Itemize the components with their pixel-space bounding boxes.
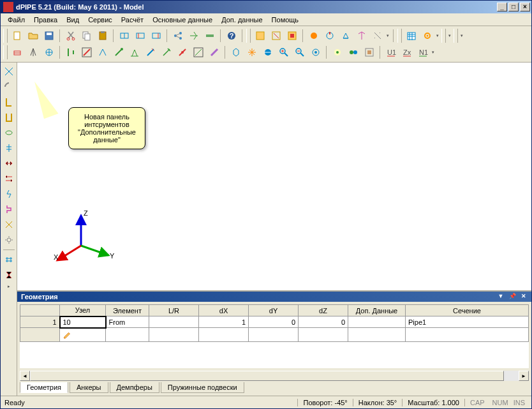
tool-icon[interactable] [63, 45, 78, 59]
horizontal-scrollbar[interactable]: ◄ ► [20, 371, 529, 381]
help-icon[interactable]: ? [224, 29, 239, 43]
tab-geometry[interactable]: Геометрия [20, 382, 68, 393]
tool-icon[interactable] [207, 45, 221, 59]
tool-icon[interactable] [186, 29, 201, 43]
maximize-button[interactable]: □ [508, 3, 519, 11]
tool-icon[interactable] [95, 45, 110, 59]
scroll-thumb[interactable] [30, 371, 504, 381]
tool-icon[interactable] [149, 29, 163, 43]
tool-icon[interactable] [284, 29, 299, 43]
toolbar-overflow-icon[interactable]: ▾ [459, 29, 464, 43]
toolbar-handle[interactable] [397, 29, 402, 43]
tool-icon[interactable] [362, 45, 376, 59]
zoom-in-icon[interactable] [276, 45, 291, 59]
tool-icon[interactable] [1, 253, 16, 267]
cell-node[interactable]: 10 [60, 316, 106, 328]
tool-icon[interactable] [260, 45, 275, 59]
tool-icon[interactable] [1, 233, 16, 247]
col-section[interactable]: Сечение [406, 305, 529, 316]
scroll-right-button[interactable]: ► [519, 371, 529, 381]
tool-icon[interactable] [1, 268, 16, 282]
tool-icon[interactable] [117, 29, 131, 43]
tool-icon[interactable] [346, 45, 360, 59]
tool-icon[interactable] [1, 110, 16, 124]
tool-icon[interactable] [1, 64, 16, 78]
cut-icon[interactable] [63, 29, 78, 43]
toolbar-handle[interactable] [246, 29, 251, 43]
tool-icon[interactable] [1, 187, 16, 201]
cell-dz[interactable]: 0 [299, 316, 348, 328]
tab-anchors[interactable]: Анкеры [70, 382, 108, 393]
tool-icon[interactable] [370, 29, 385, 43]
tool-icon[interactable] [143, 45, 158, 59]
menu-help[interactable]: Помощь [267, 15, 304, 25]
tool-icon[interactable] [338, 29, 353, 43]
tab-springs[interactable]: Пружинные подвески [161, 382, 244, 393]
copy-icon[interactable] [79, 29, 94, 43]
menu-calc[interactable]: Расчёт [117, 15, 148, 25]
panel-menu-icon[interactable]: ▼ [497, 293, 505, 301]
scroll-left-button[interactable]: ◄ [20, 371, 30, 381]
col-dz[interactable]: dZ [299, 305, 348, 316]
viewport-3d[interactable]: Новая панель интсрументов "Дополнительны… [17, 63, 531, 290]
tool-icon[interactable] [308, 45, 323, 59]
toolbar-handle[interactable] [454, 29, 458, 43]
col-node[interactable]: Узел [60, 305, 106, 316]
tool-icon[interactable] [1, 172, 16, 186]
toolbar-handle[interactable] [3, 45, 8, 59]
new-file-icon[interactable] [10, 29, 24, 43]
tool-icon[interactable] [269, 29, 283, 43]
tool-icon[interactable]: N1 [415, 45, 430, 59]
col-extra[interactable]: Доп. Данные [348, 305, 406, 316]
paste-icon[interactable] [95, 29, 110, 43]
col-index[interactable] [20, 305, 60, 316]
tool-icon[interactable] [253, 29, 267, 43]
table-row-new[interactable] [20, 328, 529, 342]
minimize-button[interactable]: _ [497, 3, 507, 11]
scroll-track[interactable] [30, 371, 519, 381]
calendar-icon[interactable] [404, 29, 418, 43]
cell-section[interactable]: Pipe1 [406, 316, 529, 328]
menu-service[interactable]: Сервис [84, 15, 117, 25]
tool-icon[interactable] [1, 95, 16, 109]
panel-header[interactable]: Геометрия ▼ 📌 ✕ [17, 292, 531, 302]
compass-icon[interactable] [26, 45, 40, 59]
col-dx[interactable]: dX [199, 305, 249, 316]
toolbar-overflow-icon[interactable]: ▸ [6, 283, 11, 290]
menu-edit[interactable]: Правка [29, 15, 62, 25]
tool-icon[interactable] [202, 29, 217, 43]
tab-dampers[interactable]: Демпферы [110, 382, 159, 393]
tool-icon[interactable] [133, 29, 147, 43]
tool-icon[interactable] [330, 45, 344, 59]
toolbar-overflow-icon[interactable]: ▾ [435, 29, 440, 43]
tool-icon[interactable] [1, 80, 16, 94]
save-file-icon[interactable] [41, 29, 56, 43]
circle-icon[interactable] [41, 45, 56, 59]
panel-pin-icon[interactable]: 📌 [508, 293, 516, 301]
menu-maindata[interactable]: Основные данные [148, 15, 217, 25]
col-lr[interactable]: L/R [149, 305, 199, 316]
tool-icon[interactable] [306, 29, 321, 43]
cell-lr[interactable] [149, 316, 199, 328]
tool-icon[interactable] [1, 202, 16, 216]
row-index[interactable]: 1 [20, 316, 60, 328]
cell-extra[interactable] [348, 316, 406, 328]
tool-icon[interactable] [244, 45, 259, 59]
toolbar-handle[interactable] [3, 29, 8, 43]
geometry-grid[interactable]: Узел Элемент L/R dX dY dZ Доп. Данные Се… [20, 304, 529, 368]
tool-icon[interactable] [1, 141, 16, 155]
tool-icon[interactable] [228, 45, 243, 59]
open-file-icon[interactable] [26, 29, 40, 43]
tool-icon[interactable] [322, 29, 337, 43]
tool-icon[interactable] [354, 29, 369, 43]
zoom-out-icon[interactable] [292, 45, 307, 59]
cell-dx[interactable]: 1 [199, 316, 249, 328]
menu-file[interactable]: Файл [3, 15, 29, 25]
tool-icon[interactable] [1, 218, 16, 232]
tool-icon[interactable] [1, 126, 16, 140]
toolbar-handle[interactable] [441, 29, 446, 43]
edit-icon[interactable] [60, 328, 106, 342]
col-element[interactable]: Элемент [106, 305, 149, 316]
toolbar-overflow-icon[interactable]: ▾ [385, 29, 390, 43]
cell-dy[interactable]: 0 [249, 316, 299, 328]
